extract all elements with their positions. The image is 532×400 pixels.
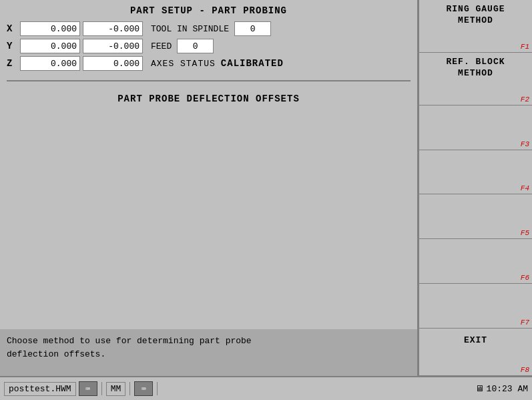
axis-x-value1[interactable] — [20, 21, 80, 36]
f1-button[interactable]: RING GAUGEMETHOD F1 — [419, 0, 532, 53]
exit-button[interactable]: EXIT F8 — [419, 329, 532, 376]
divider-1 — [101, 382, 102, 395]
f6-key: F6 — [521, 274, 529, 282]
deflection-title: PART PROBE DEFLECTION OFFSETS — [0, 84, 417, 111]
message-text: Choose method to use for determining par… — [7, 336, 252, 359]
axis-x-value2[interactable] — [83, 21, 143, 36]
axis-y-value1[interactable] — [20, 39, 80, 53]
axis-label-y: Y — [7, 41, 20, 51]
time-text: 10:23 AM — [487, 384, 528, 394]
f3-key: F3 — [521, 140, 529, 148]
f2-button[interactable]: REF. BLOCKMETHOD F2 — [419, 53, 532, 106]
f2-key: F2 — [521, 95, 529, 104]
time-display: 🖥 10:23 AM — [475, 384, 528, 394]
unit-display: MM — [106, 382, 126, 396]
axis-row-z: Z AXES STATUS CALIBRATED — [7, 56, 411, 71]
axis-z-value1[interactable] — [20, 56, 80, 71]
f1-label: RING GAUGEMETHOD — [443, 4, 507, 27]
f3-button[interactable]: F3 — [419, 106, 532, 150]
axis-table: X TOOL IN SPINDLE 0 Y FEED 0 — [0, 20, 417, 77]
axis-z-value2[interactable] — [83, 56, 143, 71]
axes-status-label: AXES STATUS — [151, 59, 216, 69]
filename-display: posttest.HWM — [4, 382, 76, 396]
f5-button[interactable]: F5 — [419, 194, 532, 239]
f7-button[interactable]: F7 — [419, 284, 532, 329]
tool-in-spindle-label: TOOL IN SPINDLE — [151, 24, 229, 34]
keyboard-icon-left: ⌨ — [79, 381, 97, 396]
monitor-icon: 🖥 — [475, 384, 484, 394]
divider-2 — [129, 382, 130, 395]
statusbar: posttest.HWM ⌨ MM ⌨ 🖥 10:23 AM — [0, 376, 532, 400]
page-title: PART SETUP - PART PROBING — [0, 0, 417, 20]
f2-label: REF. BLOCKMETHOD — [443, 57, 507, 79]
f1-key: F1 — [521, 43, 529, 51]
feed-label: FEED — [151, 41, 172, 51]
right-panel: RING GAUGEMETHOD F1 REF. BLOCKMETHOD F2 … — [419, 0, 532, 376]
axis-row-x: X TOOL IN SPINDLE 0 — [7, 21, 411, 36]
f8-key: F8 — [521, 366, 529, 374]
keyboard-icon-right: ⌨ — [134, 381, 153, 396]
tool-in-spindle-value: 0 — [234, 21, 271, 36]
divider-3 — [157, 382, 158, 395]
axis-row-y: Y FEED 0 — [7, 39, 411, 53]
f7-key: F7 — [521, 319, 529, 327]
exit-label: EXIT — [461, 335, 490, 347]
f5-key: F5 — [521, 229, 529, 237]
f4-button[interactable]: F4 — [419, 150, 532, 195]
axis-label-x: X — [7, 23, 20, 34]
feed-value: 0 — [177, 39, 214, 53]
f6-button[interactable]: F6 — [419, 239, 532, 284]
divider — [7, 80, 411, 81]
axis-y-value2[interactable] — [83, 39, 143, 53]
content-area — [0, 111, 417, 329]
message-area: Choose method to use for determining par… — [0, 329, 417, 376]
f4-key: F4 — [521, 184, 529, 192]
calibrated-status: CALIBRATED — [221, 58, 284, 69]
axis-label-z: Z — [7, 58, 20, 69]
